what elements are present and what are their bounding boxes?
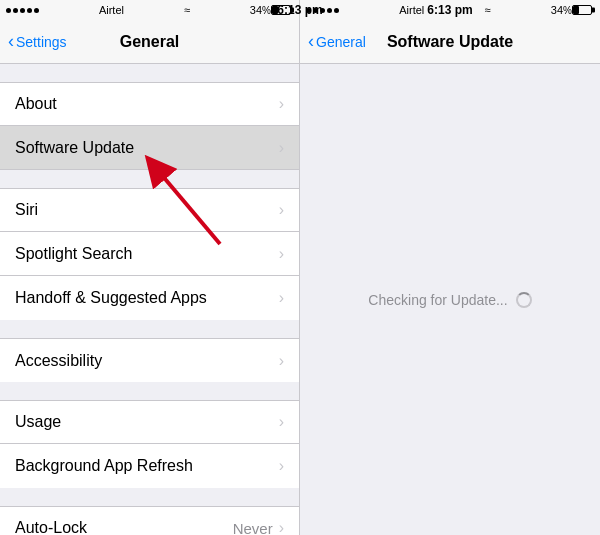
left-panel: About › Software Update › Siri › Spotlig… <box>0 64 300 535</box>
back-chevron-right: ‹ <box>308 32 314 50</box>
checking-update-text: Checking for Update... <box>368 292 507 308</box>
right-signal-dot-5 <box>334 8 339 13</box>
signal-dot-4 <box>27 8 32 13</box>
usage-label: Usage <box>15 413 279 431</box>
spotlight-label: Spotlight Search <box>15 245 279 263</box>
handoff-chevron: › <box>279 289 284 307</box>
right-nav-title: Software Update <box>387 33 513 51</box>
back-chevron-left: ‹ <box>8 32 14 50</box>
settings-item-autolock[interactable]: Auto-Lock Never › <box>0 506 299 535</box>
siri-chevron: › <box>279 201 284 219</box>
left-carrier: Airtel <box>99 4 124 16</box>
right-signal-dot-4 <box>327 8 332 13</box>
status-bar: Airtel ≈ 6:13 pm 34 % Airtel ≈ 6:13 pm 3… <box>0 0 600 20</box>
right-nav-bar: ‹ General Software Update <box>300 20 600 63</box>
right-carrier: Airtel <box>399 4 424 16</box>
settings-group-1: About › Software Update › <box>0 82 299 170</box>
settings-group-3: Accessibility › <box>0 338 299 382</box>
group-spacer-3 <box>0 320 299 338</box>
left-nav-title: General <box>120 33 180 51</box>
settings-item-background-refresh[interactable]: Background App Refresh › <box>0 444 299 488</box>
back-to-settings[interactable]: ‹ Settings <box>8 33 67 50</box>
checking-update-container: Checking for Update... <box>368 292 531 308</box>
about-chevron: › <box>279 95 284 113</box>
settings-item-siri[interactable]: Siri › <box>0 188 299 232</box>
left-battery-pct: 34 <box>250 4 262 16</box>
signal-dot-2 <box>13 8 18 13</box>
back-settings-label[interactable]: Settings <box>16 34 67 50</box>
back-to-general[interactable]: ‹ General <box>308 33 366 50</box>
spotlight-chevron: › <box>279 245 284 263</box>
group-spacer-5 <box>0 488 299 506</box>
right-time: 6:13 pm <box>427 3 472 17</box>
group-spacer-1 <box>0 64 299 82</box>
nav-bars: ‹ Settings General ‹ General Software Up… <box>0 20 600 64</box>
settings-group-4: Usage › Background App Refresh › <box>0 400 299 488</box>
autolock-label: Auto-Lock <box>15 519 233 535</box>
siri-label: Siri <box>15 201 279 219</box>
right-battery-fill <box>573 6 579 14</box>
background-refresh-label: Background App Refresh <box>15 457 279 475</box>
wifi-icon-left: ≈ <box>184 4 190 16</box>
signal-dot-3 <box>20 8 25 13</box>
usage-chevron: › <box>279 413 284 431</box>
back-general-label[interactable]: General <box>316 34 366 50</box>
signal-dot-5 <box>34 8 39 13</box>
settings-item-handoff[interactable]: Handoff & Suggested Apps › <box>0 276 299 320</box>
wifi-icon-right: ≈ <box>485 4 491 16</box>
software-update-label: Software Update <box>15 139 279 157</box>
right-battery-pct: 34 <box>551 4 563 16</box>
left-status-bar: Airtel ≈ 6:13 pm 34 % <box>0 0 300 20</box>
handoff-label: Handoff & Suggested Apps <box>15 289 279 307</box>
settings-item-usage[interactable]: Usage › <box>0 400 299 444</box>
group-spacer-4 <box>0 382 299 400</box>
left-battery-fill <box>272 6 278 14</box>
settings-item-spotlight[interactable]: Spotlight Search › <box>0 232 299 276</box>
settings-group-5: Auto-Lock Never › Restrictions On › <box>0 506 299 535</box>
left-nav-bar: ‹ Settings General <box>0 20 300 63</box>
settings-item-about[interactable]: About › <box>0 82 299 126</box>
right-battery-body <box>572 5 592 15</box>
about-label: About <box>15 95 279 113</box>
settings-group-2: Siri › Spotlight Search › Handoff & Sugg… <box>0 188 299 320</box>
signal-dot-1 <box>6 8 11 13</box>
right-panel: Checking for Update... <box>300 64 600 535</box>
right-status-bar: Airtel ≈ 6:13 pm 34 % <box>300 0 600 20</box>
settings-item-accessibility[interactable]: Accessibility › <box>0 338 299 382</box>
content-area: About › Software Update › Siri › Spotlig… <box>0 64 600 535</box>
autolock-chevron: › <box>279 519 284 535</box>
group-spacer-2 <box>0 170 299 188</box>
background-refresh-chevron: › <box>279 457 284 475</box>
right-battery: 34 % <box>551 4 594 16</box>
settings-item-software-update[interactable]: Software Update › <box>0 126 299 170</box>
left-signal <box>6 8 39 13</box>
software-update-chevron: › <box>279 139 284 157</box>
left-battery: 34 % <box>250 4 293 16</box>
accessibility-chevron: › <box>279 352 284 370</box>
accessibility-label: Accessibility <box>15 352 279 370</box>
left-battery-body <box>271 5 291 15</box>
loading-spinner <box>516 292 532 308</box>
autolock-value: Never <box>233 520 273 536</box>
